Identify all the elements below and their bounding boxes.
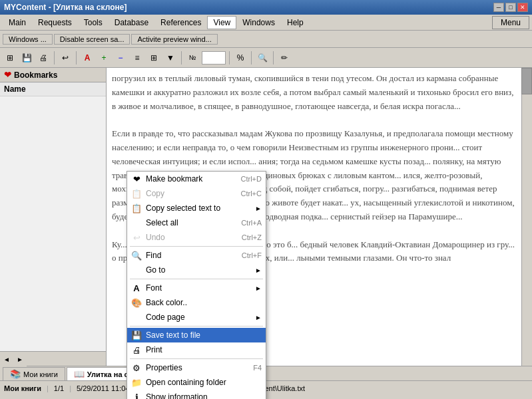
cm-back-color[interactable]: 🎨 Back color.. bbox=[127, 295, 266, 310]
menu-view[interactable]: View bbox=[207, 16, 236, 29]
close-button[interactable]: ✕ bbox=[517, 3, 528, 12]
cm-code-page[interactable]: Code page ► bbox=[127, 310, 266, 325]
menu-main[interactable]: Main bbox=[3, 16, 32, 29]
cm-show-info-label: Show information bbox=[146, 392, 208, 399]
cm-font-arrow: ► bbox=[255, 285, 262, 292]
menu-right: Menu bbox=[492, 16, 529, 29]
undo-btn[interactable]: ↩ bbox=[58, 51, 73, 65]
separator-5 bbox=[251, 51, 252, 65]
separator-4 bbox=[229, 51, 230, 65]
heart-menu-icon: ❤ bbox=[130, 172, 143, 186]
tool-btn-2[interactable]: 💾 bbox=[19, 51, 34, 65]
cm-find-shortcut: Ctrl+F bbox=[242, 251, 262, 259]
code-page-icon bbox=[130, 311, 143, 324]
cm-properties[interactable]: ⚙ Properties F4 bbox=[127, 360, 266, 375]
cm-copy-sel-arrow: ► bbox=[255, 205, 262, 212]
title-bar: MYContent - [Улитка на склоне] ─ □ ✕ bbox=[0, 0, 532, 15]
separator-1 bbox=[54, 51, 55, 65]
cm-undo: ↩ Undo Ctrl+Z bbox=[127, 230, 266, 245]
properties-icon: ⚙ bbox=[130, 361, 143, 374]
cm-open-folder-label: Open containing folder bbox=[146, 378, 226, 387]
status-sep-1: | bbox=[47, 384, 49, 392]
cm-goto[interactable]: Go to ► bbox=[127, 263, 266, 277]
tool-btn-1[interactable]: ⊞ bbox=[3, 51, 17, 65]
cm-back-color-label: Back color.. bbox=[146, 298, 187, 307]
cm-make-bookmark[interactable]: ❤ Make bookmark Ctrl+D bbox=[127, 172, 266, 186]
cm-undo-label: Undo bbox=[146, 233, 165, 242]
cm-undo-shortcut: Ctrl+Z bbox=[242, 233, 262, 241]
maximize-button[interactable]: □ bbox=[505, 3, 516, 12]
separator-3 bbox=[181, 51, 182, 65]
status-section-label: Мои книги bbox=[4, 384, 41, 392]
goto-menu-icon bbox=[130, 263, 143, 277]
select-all-icon bbox=[130, 216, 143, 229]
cm-copy-selected-label: Copy selected text to bbox=[146, 203, 220, 213]
cm-open-folder[interactable]: 📁 Open containing folder bbox=[127, 375, 266, 390]
back-color-icon: 🎨 bbox=[130, 296, 143, 309]
cm-sep-3 bbox=[130, 326, 263, 327]
context-menu: ❤ Make bookmark Ctrl+D 📋 Copy Ctrl+C 📋 C… bbox=[127, 171, 266, 399]
cm-goto-arrow: ► bbox=[255, 267, 262, 274]
menu-button[interactable]: Menu bbox=[492, 16, 529, 29]
context-menu-overlay: ❤ Make bookmark Ctrl+D 📋 Copy Ctrl+C 📋 C… bbox=[0, 68, 532, 366]
tab-moi-knigi[interactable]: 📚 Мои книги bbox=[3, 367, 65, 380]
minimize-button[interactable]: ─ bbox=[493, 3, 504, 12]
cm-save-text[interactable]: 💾 Save text to file bbox=[127, 328, 266, 342]
cm-copy-label: Copy bbox=[146, 189, 164, 198]
toolbar-row-1: Windows ... Disable screen sa... Activit… bbox=[0, 31, 532, 48]
cm-make-bookmark-shortcut: Ctrl+D bbox=[241, 175, 262, 183]
percent-btn[interactable]: % bbox=[233, 51, 248, 65]
cm-copy: 📋 Copy Ctrl+C bbox=[127, 186, 266, 201]
disable-screen-button[interactable]: Disable screen sa... bbox=[54, 34, 131, 45]
cm-select-all[interactable]: Select all Ctrl+A bbox=[127, 215, 266, 230]
cm-find-label: Find bbox=[146, 251, 161, 260]
save-text-icon: 💾 bbox=[130, 329, 143, 342]
menu-references[interactable]: References bbox=[154, 16, 207, 29]
cm-goto-label: Go to bbox=[146, 265, 165, 275]
cm-save-text-label: Save text to file bbox=[146, 331, 200, 340]
tool-btn-3[interactable]: 🖨 bbox=[36, 51, 51, 65]
separator-6 bbox=[273, 51, 274, 65]
cm-font-label: Font bbox=[146, 283, 162, 293]
status-sep-2: | bbox=[69, 384, 71, 392]
cm-code-page-arrow: ► bbox=[255, 314, 262, 321]
copy-menu-icon: 📋 bbox=[130, 187, 143, 200]
cm-sep-4 bbox=[130, 358, 263, 359]
menu-requests[interactable]: Requests bbox=[32, 16, 78, 29]
tab-book-icon-2: 📖 bbox=[74, 369, 85, 379]
cm-print[interactable]: 🖨 Print bbox=[127, 342, 266, 357]
open-folder-icon: 📁 bbox=[130, 376, 143, 389]
menu-windows[interactable]: Windows bbox=[236, 16, 281, 29]
activate-preview-button[interactable]: Activite preview wind... bbox=[131, 34, 217, 45]
dropdown-btn[interactable]: ▼ bbox=[163, 51, 178, 65]
edit-btn[interactable]: ✏ bbox=[277, 51, 292, 65]
windows-button[interactable]: Windows ... bbox=[3, 34, 53, 45]
font-menu-icon: A bbox=[130, 281, 143, 295]
cm-copy-shortcut: Ctrl+C bbox=[241, 190, 262, 198]
font-color-btn[interactable]: A bbox=[80, 51, 95, 65]
cm-select-all-shortcut: Ctrl+A bbox=[241, 219, 262, 227]
menu-help[interactable]: Help bbox=[281, 16, 310, 29]
main-area: ❤ Bookmarks Name ◄ ► погрузил их в теплы… bbox=[0, 68, 532, 366]
add-btn[interactable]: + bbox=[97, 51, 111, 65]
menu-database[interactable]: Database bbox=[109, 16, 154, 29]
grid-btn[interactable]: ⊞ bbox=[146, 51, 161, 65]
toolbar-row-2: ⊞ 💾 🖨 ↩ A + − ≡ ⊞ ▼ № 40 % 🔍 ✏ bbox=[0, 48, 532, 68]
minus-btn[interactable]: − bbox=[113, 51, 128, 65]
cm-show-info[interactable]: ℹ Show information bbox=[127, 390, 266, 399]
status-page: 1/1 bbox=[54, 384, 64, 392]
window-controls: ─ □ ✕ bbox=[493, 3, 528, 12]
align-btn[interactable]: ≡ bbox=[130, 51, 144, 65]
cm-find[interactable]: 🔍 Find Ctrl+F bbox=[127, 248, 266, 263]
cm-properties-shortcut: F4 bbox=[253, 364, 262, 372]
find-menu-icon: 🔍 bbox=[130, 249, 143, 262]
cm-make-bookmark-label: Make bookmark bbox=[146, 174, 202, 184]
page-label-btn: № bbox=[185, 51, 200, 65]
menu-tools[interactable]: Tools bbox=[78, 16, 109, 29]
cm-font[interactable]: A Font ► bbox=[127, 281, 266, 295]
cm-code-page-label: Code page bbox=[146, 313, 185, 322]
zoom-input[interactable]: 40 bbox=[202, 51, 226, 65]
search-icon-btn[interactable]: 🔍 bbox=[255, 51, 270, 65]
cm-copy-selected[interactable]: 📋 Copy selected text to ► bbox=[127, 201, 266, 215]
copy-sel-menu-icon: 📋 bbox=[130, 201, 143, 215]
